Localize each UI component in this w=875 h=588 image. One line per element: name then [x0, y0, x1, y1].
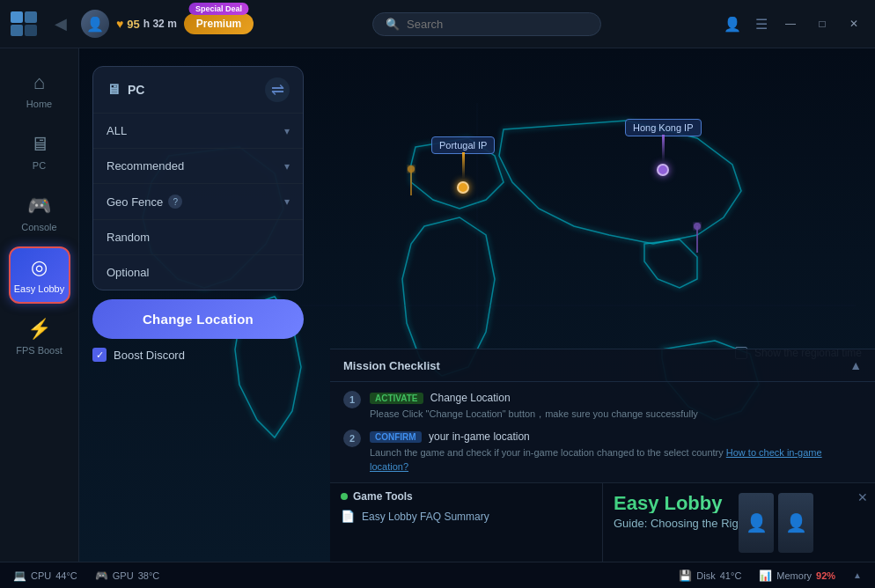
- game-tools-title: Game Tools: [341, 490, 592, 503]
- gpu-icon: 🎮: [95, 570, 108, 582]
- mission-collapse-icon[interactable]: ▲: [849, 358, 862, 372]
- promo-avatars: 👤 👤: [739, 483, 813, 562]
- filter-all-header[interactable]: ALL ▾: [93, 114, 303, 148]
- sidebar-item-home[interactable]: ⌂ Home: [9, 62, 70, 119]
- step-2-badge: CONFIRM: [370, 431, 422, 443]
- cpu-temp: 44°C: [55, 570, 77, 581]
- nav-back-btn[interactable]: ◀: [48, 11, 74, 37]
- close-btn[interactable]: ✕: [842, 11, 866, 36]
- sidebar-item-easy-lobby[interactable]: ◎ Easy Lobby: [9, 246, 70, 304]
- cpu-status: 💻 CPU 44°C: [13, 570, 77, 582]
- disk-status: 💾 Disk 41°C: [679, 570, 741, 582]
- cpu-icon: 💻: [13, 570, 26, 582]
- scroll-up-icon[interactable]: ▲: [853, 570, 862, 580]
- special-deal-badge: Special Deal: [189, 3, 248, 15]
- promo-avatar-1: 👤: [739, 493, 774, 553]
- step-1-desc: Please Click "Change Location" button，ma…: [370, 408, 862, 421]
- step-2-title-text: your in-game location: [429, 430, 530, 443]
- game-tools-area: Game Tools 📄 Easy Lobby FAQ Summary Easy…: [330, 482, 875, 562]
- filter-recommended-header[interactable]: Recommended ▾: [93, 149, 303, 183]
- game-tools-item[interactable]: 📄 Easy Lobby FAQ Summary: [341, 510, 592, 523]
- disk-icon: 💾: [679, 570, 692, 582]
- filter-all: ALL ▾: [93, 114, 303, 149]
- app-logo: [9, 8, 40, 40]
- maximize-btn[interactable]: □: [810, 11, 835, 36]
- filter-geo-fence-header[interactable]: Geo Fence ? ▾: [93, 184, 303, 219]
- easy-lobby-promo: Easy Lobby Guide: Choosing the Right... …: [603, 483, 875, 562]
- step-1-title-text: Change Location: [430, 392, 511, 404]
- fps-boost-icon: ⚡: [27, 318, 51, 341]
- filter-geo-fence-chevron: ▾: [284, 195, 290, 208]
- filter-geo-fence: Geo Fence ? ▾: [93, 184, 303, 220]
- pc-selector: 🖥 PC ⇌ ALL ▾ Recommended ▾: [92, 66, 304, 290]
- step-1-content: ACTIVATE Change Location Please Click "C…: [370, 391, 862, 421]
- doc-icon: 📄: [341, 510, 355, 523]
- console-icon: 🎮: [27, 195, 51, 217]
- sidebar-item-pc[interactable]: 🖥 PC: [9, 123, 70, 180]
- monitor-icon: 🖥: [107, 82, 121, 98]
- memory-icon: 📊: [759, 570, 772, 582]
- title-bar-right: 👤 ☰ — □ ✕: [720, 11, 866, 36]
- search-icon: 🔍: [386, 18, 400, 31]
- sidebar-pc-label: PC: [33, 160, 46, 171]
- close-promo-btn[interactable]: ✕: [857, 490, 868, 504]
- step-2-content: CONFIRM your in-game location Launch the…: [370, 430, 862, 474]
- mission-checklist-header: Mission Checklist ▲: [330, 349, 875, 382]
- user-avatar: 👤: [81, 10, 109, 38]
- sidebar-fps-boost-label: FPS Boost: [16, 345, 62, 356]
- search-bar[interactable]: 🔍: [372, 12, 601, 36]
- step-1-number: 1: [343, 391, 361, 408]
- checkbox-check-icon: ✓: [96, 349, 104, 361]
- minimize-btn[interactable]: —: [778, 11, 803, 36]
- pc-icon: 🖥: [30, 133, 49, 156]
- title-bar-left: ◀ 👤 ♥ 95 h 32 m Special Deal Premium: [9, 8, 254, 40]
- filter-geo-fence-label: Geo Fence: [107, 195, 163, 209]
- svg-rect-3: [25, 25, 37, 36]
- mission-checklist: Mission Checklist ▲ 1 ACTIVATE Change Lo…: [330, 349, 875, 482]
- pc-title: 🖥 PC: [107, 82, 144, 98]
- boost-discord-checkbox[interactable]: ✓: [92, 348, 107, 362]
- filter-recommended: Recommended ▾: [93, 149, 303, 184]
- filter-optional[interactable]: Optional: [93, 255, 303, 290]
- geo-fence-help-icon[interactable]: ?: [168, 195, 182, 209]
- gpu-label: GPU: [113, 570, 134, 581]
- cpu-label: CPU: [31, 570, 51, 581]
- search-input[interactable]: [407, 18, 588, 31]
- game-tools-active-dot: [341, 493, 348, 500]
- menu-icon[interactable]: ☰: [752, 12, 771, 36]
- memory-percent: 92%: [816, 570, 835, 581]
- svg-rect-1: [25, 11, 37, 23]
- svg-rect-0: [11, 11, 23, 23]
- game-tools-right: Easy Lobby Guide: Choosing the Right... …: [603, 483, 875, 562]
- mission-checklist-title: Mission Checklist: [343, 359, 440, 372]
- gpu-status: 🎮 GPU 38°C: [95, 570, 159, 582]
- filter-all-label: ALL: [107, 124, 127, 137]
- sidebar-home-label: Home: [26, 99, 52, 109]
- mission-step-1: 1 ACTIVATE Change Location Please Click …: [343, 391, 862, 421]
- mission-step-2: 2 CONFIRM your in-game location Launch t…: [343, 430, 862, 474]
- disk-temp: 41°C: [720, 570, 742, 581]
- sidebar-item-console[interactable]: 🎮 Console: [9, 185, 70, 242]
- change-location-button[interactable]: Change Location: [92, 299, 304, 339]
- step-1-title: ACTIVATE Change Location: [370, 391, 862, 406]
- step-1-badge: ACTIVATE: [370, 393, 423, 404]
- step-2-number: 2: [343, 430, 361, 447]
- xp-icon: ♥: [116, 17, 123, 31]
- sidebar-item-fps-boost[interactable]: ⚡ FPS Boost: [9, 308, 70, 365]
- game-tools-left: Game Tools 📄 Easy Lobby FAQ Summary: [330, 483, 603, 562]
- main-content: ⌂ Home 🖥 PC 🎮 Console ◎ Easy Lobby ⚡ FPS…: [0, 48, 875, 562]
- sidebar-console-label: Console: [21, 222, 56, 232]
- pc-title-text: PC: [128, 83, 144, 97]
- user-level: 95: [127, 18, 139, 31]
- help-icon[interactable]: 👤: [720, 12, 745, 36]
- title-bar-middle: 🔍: [262, 12, 711, 36]
- memory-label: Memory: [776, 570, 812, 581]
- transfer-icon[interactable]: ⇌: [265, 77, 290, 102]
- filter-random[interactable]: Random: [93, 220, 303, 255]
- sidebar: ⌂ Home 🖥 PC 🎮 Console ◎ Easy Lobby ⚡ FPS…: [0, 48, 79, 562]
- svg-rect-2: [11, 25, 23, 36]
- step-2-title: CONFIRM your in-game location: [370, 430, 862, 445]
- premium-button[interactable]: Special Deal Premium: [184, 13, 254, 34]
- promo-avatar-2: 👤: [778, 493, 813, 553]
- filter-recommended-label: Recommended: [107, 159, 184, 173]
